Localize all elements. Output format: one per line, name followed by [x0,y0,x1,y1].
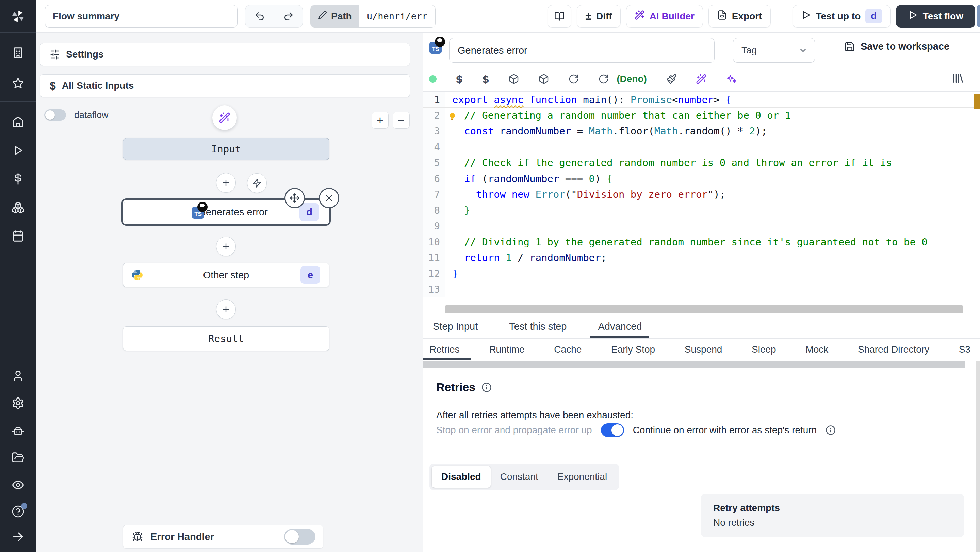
tab-test-this-step[interactable]: Test this step [506,315,570,338]
sidebar-item-boxes-icon[interactable] [11,201,24,214]
continue-on-error-toggle[interactable] [601,423,624,437]
dependencies-icon[interactable] [508,73,519,84]
export-button[interactable]: Export [708,5,771,27]
line-number: 9 [423,218,445,234]
error-handler-card[interactable]: Error Handler [123,525,323,549]
flow-node-input[interactable]: Input [123,138,329,160]
variables-icon[interactable]: $ [456,73,463,85]
sidebar-item-calendar-icon[interactable] [11,230,24,243]
subtab-s3[interactable]: S3 [959,339,970,360]
add-step-button-2[interactable] [216,237,236,256]
panel-vertical-scrollbar[interactable] [976,361,980,552]
save-to-workspace-button[interactable]: Save to workspace [844,41,950,52]
subtab-runtime[interactable]: Runtime [489,339,524,360]
undo-button[interactable] [245,5,274,27]
tag-select[interactable]: Tag [733,38,815,63]
static-inputs-card[interactable]: $ All Static Inputs [40,74,410,97]
test-up-to-button[interactable]: Test up tod [792,5,891,27]
ai-flow-wand-button[interactable] [212,105,237,130]
lockfile-icon[interactable] [538,73,549,84]
sidebar-item-eye-icon[interactable] [11,479,24,492]
path-chip[interactable]: Path u/henri/err [310,5,436,27]
overflow-button-sliver[interactable] [977,5,980,27]
wand-icon [635,10,645,22]
tab-step-input[interactable]: Step Input [430,315,481,338]
status-dot [429,75,437,83]
retry-mode-disabled[interactable]: Disabled [432,466,491,488]
trigger-bolt-button[interactable] [247,173,267,193]
code-line-7[interactable]: 7 throw new Error("Division by zero erro… [423,186,980,202]
zoom-in-button[interactable]: + [372,111,388,129]
step1-node-label: Generates error [198,207,268,218]
sidebar-item-play-icon[interactable] [11,144,24,157]
flow-node-result[interactable]: Result [123,326,329,351]
retry-mode-constant[interactable]: Constant [491,466,548,488]
sidebar-item-user-icon[interactable] [11,370,24,383]
resources-icon[interactable]: $ [482,73,490,85]
code-line-6[interactable]: 6 if (randomNumber === 0) { [423,171,980,187]
test-up-to-step-badge[interactable]: d [865,9,882,24]
info-icon[interactable] [826,425,836,435]
sidebar-item-home-icon[interactable] [11,115,24,128]
code-line-12[interactable]: 12} [423,266,980,282]
subtab-mock[interactable]: Mock [805,339,828,360]
flow-settings-card[interactable]: Settings [40,43,410,66]
sidebar-item-help-icon[interactable] [11,505,24,518]
code-editor[interactable]: 1export async function main(): Promise<n… [423,91,980,305]
zoom-out-button[interactable]: − [393,111,410,129]
subtab-early-stop[interactable]: Early Stop [611,339,655,360]
code-line-1[interactable]: 1export async function main(): Promise<n… [423,92,980,108]
add-step-button-3[interactable] [216,299,236,319]
ai-gen-icon[interactable] [696,73,707,84]
library-icon[interactable] [951,72,964,86]
subtab-suspend[interactable]: Suspend [685,339,722,360]
ai-builder-button[interactable]: AI Builder [626,5,703,27]
flow-summary-input[interactable] [45,5,237,27]
sidebar-item-building-icon[interactable] [11,46,24,59]
test-flow-button[interactable]: Test flow [896,5,975,27]
sidebar-item-arrow-right-icon[interactable] [11,530,24,543]
flow-node-generates-error[interactable]: TS Generates error d [121,199,331,226]
windmill-logo[interactable] [0,0,36,33]
subtabs-scrollbar[interactable] [423,361,965,368]
format-icon[interactable] [666,73,677,84]
dataflow-toggle[interactable] [44,109,66,121]
diff-button[interactable]: ±Diff [577,5,620,27]
code-line-5[interactable]: 5 // Check if the generated random numbe… [423,155,980,171]
code-line-3[interactable]: 3 const randomNumber = Math.floor(Math.r… [423,123,980,139]
retry-mode-exponential[interactable]: Exponential [548,466,617,488]
lightbulb-icon[interactable] [447,110,457,120]
code-line-10[interactable]: 10 // Dividing 1 by the generated random… [423,234,980,250]
redo-button[interactable] [274,5,302,27]
sidebar-item-settings-icon[interactable] [11,397,24,410]
chevron-down-icon [798,46,808,55]
code-line-2[interactable]: 2 // Generating a random number that can… [423,108,980,124]
reload-icon[interactable] [568,73,579,84]
step-name-input[interactable] [449,38,714,63]
code-line-4[interactable]: 4 [423,139,980,155]
sidebar-item-dollar-icon[interactable] [11,173,24,186]
ai-sparkles-icon[interactable] [726,73,737,84]
sidebar-item-bot-icon[interactable] [11,424,24,437]
docs-button[interactable] [547,5,571,27]
code-line-13[interactable]: 13 [423,282,980,297]
flow-node-other-step[interactable]: Other step e [123,263,329,287]
error-handler-toggle[interactable] [284,529,315,544]
reload-deno-icon[interactable] [598,73,609,84]
delete-step-button[interactable] [319,188,339,208]
sidebar-item-folder-open-icon[interactable] [11,451,24,464]
add-step-button-1[interactable] [216,173,236,192]
subtab-shared-directory[interactable]: Shared Directory [858,339,929,360]
subtab-retries[interactable]: Retries [430,339,460,360]
editor-horizontal-scrollbar[interactable] [445,305,963,313]
code-line-8[interactable]: 8 } [423,202,980,218]
tab-advanced[interactable]: Advanced [595,315,645,338]
move-step-handle[interactable] [285,188,305,208]
code-line-9[interactable]: 9 [423,218,980,234]
sidebar-item-star-icon[interactable] [11,77,24,90]
subtab-cache[interactable]: Cache [554,339,582,360]
info-icon[interactable] [482,382,492,392]
line-number: 6 [423,171,445,187]
code-line-11[interactable]: 11 return 1 / randomNumber; [423,250,980,266]
subtab-sleep[interactable]: Sleep [752,339,776,360]
